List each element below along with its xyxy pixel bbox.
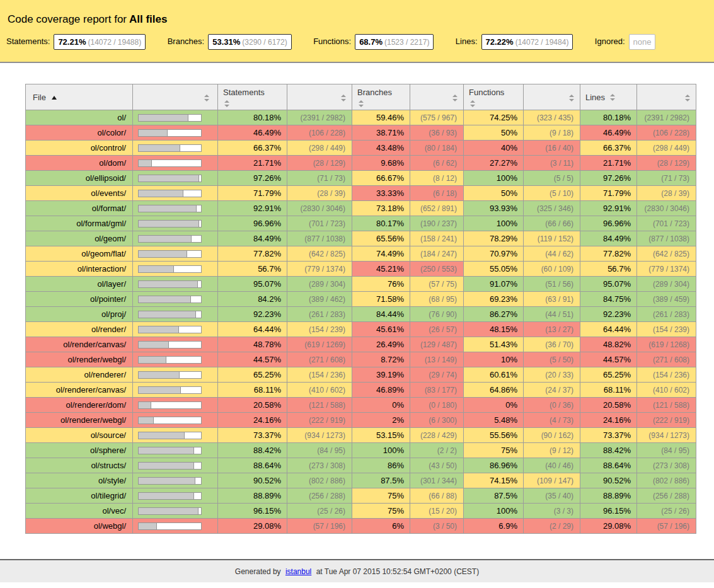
coverage-bar-fill bbox=[139, 523, 157, 529]
coverage-bar-fill bbox=[139, 115, 188, 121]
functions-raw-cell: (109 / 147) bbox=[524, 473, 580, 488]
functions-raw-cell: (44 / 51) bbox=[524, 307, 580, 322]
column-header-statements-raw[interactable] bbox=[287, 84, 352, 110]
file-link[interactable]: ol/color/ bbox=[97, 128, 126, 137]
statements-raw-cell: (84 / 95) bbox=[287, 443, 352, 458]
file-link[interactable]: ol/interaction/ bbox=[78, 264, 126, 274]
sort-toggle-icon[interactable] bbox=[204, 95, 209, 101]
functions-raw-cell: (3 / 11) bbox=[524, 156, 580, 171]
metric-ignored-label: Ignored: bbox=[595, 37, 625, 46]
branches-raw-cell: (301 / 344) bbox=[410, 473, 464, 488]
istanbul-link[interactable]: istanbul bbox=[285, 567, 311, 576]
functions-pct-cell: 93.93% bbox=[464, 201, 524, 216]
coverage-table-body: ol/80.18%(2391 / 2982)59.46%(575 / 967)7… bbox=[26, 110, 696, 534]
sort-toggle-icon[interactable] bbox=[685, 95, 690, 101]
sort-asc-icon bbox=[52, 96, 57, 100]
file-link[interactable]: ol/render/ bbox=[91, 325, 126, 334]
file-link[interactable]: ol/render/canvas/ bbox=[63, 340, 126, 349]
lines-raw-cell: (779 / 1374) bbox=[637, 262, 696, 277]
file-link[interactable]: ol/renderer/canvas/ bbox=[56, 385, 126, 395]
column-header-functions-raw[interactable] bbox=[524, 84, 580, 110]
file-link[interactable]: ol/ellipsoid/ bbox=[86, 173, 126, 183]
sort-toggle-icon[interactable] bbox=[452, 95, 458, 101]
coverage-bar-cell bbox=[133, 201, 218, 216]
file-link[interactable]: ol/sphere/ bbox=[90, 446, 126, 455]
column-header-statements[interactable]: Statements bbox=[218, 84, 287, 110]
file-link[interactable]: ol/ bbox=[117, 113, 126, 122]
file-link[interactable]: ol/control/ bbox=[91, 143, 126, 153]
coverage-bar bbox=[138, 326, 202, 333]
column-header-lines[interactable]: Lines bbox=[580, 84, 637, 110]
sort-toggle-icon[interactable] bbox=[610, 94, 615, 101]
branches-raw-cell: (2 / 2) bbox=[410, 443, 464, 458]
file-link[interactable]: ol/format/ bbox=[92, 204, 126, 213]
branches-raw-cell: (68 / 95) bbox=[410, 292, 464, 307]
metric-ignored: Ignored:none bbox=[595, 34, 656, 50]
functions-raw-cell: (5 / 50) bbox=[524, 352, 580, 367]
file-link[interactable]: ol/render/webgl/ bbox=[68, 355, 127, 364]
file-link[interactable]: ol/renderer/dom/ bbox=[66, 400, 126, 410]
coverage-bar bbox=[138, 144, 202, 152]
file-link[interactable]: ol/proj/ bbox=[101, 309, 126, 319]
functions-pct-cell: 70.97% bbox=[464, 246, 524, 262]
branches-raw-cell: (6 / 18) bbox=[410, 186, 464, 201]
lines-pct-cell: 96.15% bbox=[580, 504, 637, 519]
sort-toggle-icon[interactable] bbox=[569, 95, 574, 101]
coverage-bar bbox=[138, 220, 202, 228]
file-link[interactable]: ol/style/ bbox=[98, 476, 126, 485]
column-header-bar[interactable] bbox=[133, 84, 218, 110]
file-cell: ol/render/webgl/ bbox=[26, 352, 133, 367]
column-header-file[interactable]: File bbox=[26, 84, 133, 110]
lines-pct-cell: 21.71% bbox=[580, 156, 637, 171]
table-row: ol/source/73.37%(934 / 1273)53.15%(228 /… bbox=[26, 428, 696, 443]
metric-branches-label: Branches: bbox=[168, 37, 205, 46]
sort-toggle-icon[interactable] bbox=[359, 100, 405, 107]
file-link[interactable]: ol/pointer/ bbox=[90, 294, 126, 304]
lines-raw-cell: (28 / 39) bbox=[637, 186, 696, 201]
coverage-bar bbox=[138, 159, 202, 167]
file-link[interactable]: ol/events/ bbox=[91, 188, 126, 198]
file-cell: ol/webgl/ bbox=[26, 519, 133, 534]
branches-pct-cell: 84.44% bbox=[352, 307, 410, 322]
sort-toggle-icon[interactable] bbox=[470, 100, 518, 107]
file-link[interactable]: ol/layer/ bbox=[97, 279, 126, 289]
coverage-bar-fill bbox=[139, 190, 183, 197]
coverage-bar-fill bbox=[139, 175, 199, 182]
table-row: ol/dom/21.71%(28 / 129)9.68%(6 / 62)27.2… bbox=[26, 156, 696, 171]
file-link[interactable]: ol/geom/flat/ bbox=[81, 249, 126, 258]
functions-pct-cell: 87.5% bbox=[464, 488, 524, 504]
statements-pct-cell: 88.89% bbox=[218, 488, 287, 504]
sort-toggle-icon[interactable] bbox=[341, 95, 346, 101]
file-cell: ol/renderer/ bbox=[26, 367, 133, 383]
sort-toggle-icon[interactable] bbox=[224, 100, 282, 107]
lines-pct-cell: 20.58% bbox=[580, 398, 637, 413]
file-link[interactable]: ol/webgl/ bbox=[94, 521, 126, 531]
column-header-branches[interactable]: Branches bbox=[352, 84, 410, 110]
functions-raw-cell: (63 / 91) bbox=[524, 292, 580, 307]
column-header-lines-raw[interactable] bbox=[637, 84, 696, 110]
lines-pct-cell: 84.75% bbox=[580, 292, 637, 307]
coverage-bar bbox=[138, 417, 202, 424]
file-link[interactable]: ol/tilegrid/ bbox=[91, 491, 126, 500]
file-link[interactable]: ol/renderer/webgl/ bbox=[60, 415, 126, 425]
lines-raw-cell: (2830 / 3046) bbox=[637, 201, 696, 216]
coverage-bar-fill bbox=[139, 266, 174, 272]
lines-raw-cell: (106 / 228) bbox=[637, 125, 696, 141]
file-link[interactable]: ol/structs/ bbox=[91, 461, 126, 470]
file-link[interactable]: ol/format/gml/ bbox=[76, 219, 126, 228]
functions-raw-cell: (3 / 3) bbox=[524, 504, 580, 519]
branches-pct-cell: 87.5% bbox=[352, 473, 410, 488]
statements-raw-cell: (154 / 236) bbox=[287, 367, 352, 383]
file-cell: ol/renderer/webgl/ bbox=[26, 413, 133, 428]
column-header-functions[interactable]: Functions bbox=[464, 84, 524, 110]
lines-pct-cell: 71.79% bbox=[580, 186, 637, 201]
statements-raw-cell: (619 / 1269) bbox=[287, 337, 352, 352]
file-link[interactable]: ol/dom/ bbox=[99, 158, 126, 168]
table-row: ol/geom/flat/77.82%(642 / 825)74.49%(184… bbox=[26, 246, 696, 262]
file-link[interactable]: ol/vec/ bbox=[102, 506, 126, 516]
column-header-branches-raw[interactable] bbox=[410, 84, 464, 110]
file-link[interactable]: ol/renderer/ bbox=[84, 370, 126, 379]
file-link[interactable]: ol/geom/ bbox=[95, 234, 126, 243]
file-link[interactable]: ol/source/ bbox=[91, 430, 126, 440]
branches-raw-cell: (66 / 88) bbox=[410, 488, 464, 504]
